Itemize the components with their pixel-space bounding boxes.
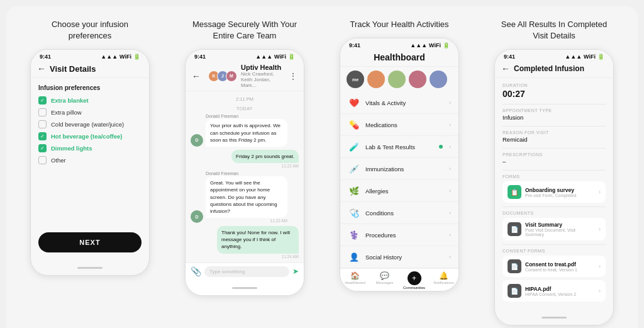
notification-dot bbox=[439, 145, 443, 149]
divider bbox=[502, 126, 606, 127]
avatar: M bbox=[226, 71, 237, 82]
back-arrow-icon[interactable]: ← bbox=[37, 64, 46, 74]
form-item[interactable]: 📋 Onboarding survey Pre-visit Form, Comp… bbox=[502, 181, 606, 203]
procedures-icon: ⚕️ bbox=[348, 229, 360, 241]
allergies-icon: 🌿 bbox=[348, 184, 360, 197]
signal-icon: ▲▲▲ bbox=[101, 54, 118, 60]
nav-notifications[interactable]: 🔔 Notifications bbox=[429, 271, 458, 290]
reason-label: REASON FOR VISIT bbox=[502, 130, 606, 135]
list-item[interactable]: 🩺 Conditions › bbox=[340, 202, 458, 224]
screen4-title: Completed Infusion bbox=[514, 64, 607, 73]
bottom-nav: 🏠 Healthboard 💬 Messages + Communities 🔔… bbox=[340, 268, 458, 291]
screen1-body: Infusion preferences ✓ Extra blanket Ext… bbox=[31, 78, 149, 226]
list-item[interactable]: 💉 Immunizations › bbox=[340, 158, 458, 180]
healthboard-icon: 🏠 bbox=[350, 271, 360, 280]
list-item[interactable]: 🧪 Lab & Test Results › bbox=[340, 136, 458, 158]
message-input[interactable]: Type something bbox=[204, 266, 289, 277]
checkbox-extra-pillow[interactable] bbox=[38, 108, 47, 116]
screen2-wrapper: Message Securely With Your Entire Care T… bbox=[171, 19, 318, 325]
checkbox-cold-bev[interactable] bbox=[38, 120, 47, 128]
list-item[interactable]: 🌿 Allergies › bbox=[340, 180, 458, 202]
msg-bubble: Your prior auth is approved. We can sche… bbox=[206, 119, 287, 147]
msg-avatar: D bbox=[191, 134, 203, 147]
list-item[interactable]: Cold beverage (water/juice) bbox=[38, 120, 142, 128]
msg-time: 11:22 AM bbox=[231, 164, 299, 168]
checkbox-extra-blanket[interactable]: ✓ bbox=[38, 96, 47, 105]
avatar-2[interactable] bbox=[388, 71, 406, 88]
avatar-3[interactable] bbox=[409, 71, 426, 88]
signal-icon: ▲▲▲ bbox=[565, 54, 582, 60]
screen4-caption: See All Results In Completed Visit Detai… bbox=[494, 19, 614, 42]
chevron-right-icon: › bbox=[449, 188, 451, 194]
immunizations-label: Immunizations bbox=[365, 166, 444, 172]
home-indicator bbox=[495, 310, 613, 325]
next-button[interactable]: NEXT bbox=[38, 232, 142, 252]
screen2-subtitle: Nick Crawford, Keith Jordan, Mark... bbox=[241, 71, 285, 88]
screen2-header: ← K J M Uptiv Health Nick Crawford, Keit… bbox=[186, 61, 304, 91]
msg-sender: Donald Freeman bbox=[206, 171, 287, 176]
today-label: TODAY bbox=[191, 106, 299, 111]
consent-item[interactable]: 📄 Consent to treat.pdf Consent to treat,… bbox=[502, 256, 606, 277]
document-item[interactable]: 📄 Visit Summary Post Visit Document, Vis… bbox=[502, 218, 606, 240]
avatar-1[interactable] bbox=[367, 71, 385, 88]
chevron-right-icon: › bbox=[599, 263, 601, 269]
infusion-pref-label: Infusion preferences bbox=[38, 84, 142, 91]
procedures-label: Procedures bbox=[365, 232, 444, 239]
prescriptions-value: – bbox=[502, 158, 606, 165]
chevron-right-icon: › bbox=[599, 226, 601, 232]
list-item[interactable]: ✓ Dimmed lights bbox=[38, 144, 142, 152]
consent-item[interactable]: 📄 HIPAA.pdf HIPAA Consent, Version 2 › bbox=[502, 280, 606, 302]
chevron-right-icon: › bbox=[449, 144, 451, 150]
consent-sub: Consent to treat, Version 1 bbox=[525, 268, 595, 272]
send-icon[interactable]: ➤ bbox=[292, 267, 299, 276]
list-item[interactable]: ✓ Hot beverage (tea/coffee) bbox=[38, 132, 142, 140]
more-icon[interactable]: ⋮ bbox=[289, 71, 297, 81]
avatar-4[interactable] bbox=[430, 71, 447, 88]
chevron-right-icon: › bbox=[449, 254, 451, 260]
avatar-me[interactable]: me bbox=[347, 71, 364, 88]
list-item[interactable]: Extra pillow bbox=[38, 108, 142, 116]
attachment-icon[interactable]: 📎 bbox=[191, 266, 201, 276]
notifications-icon: 🔔 bbox=[439, 271, 448, 280]
list-item[interactable]: ❤️ Vitals & Activity › bbox=[340, 92, 458, 114]
nav-healthboard[interactable]: 🏠 Healthboard bbox=[340, 271, 370, 290]
medications-label: Medications bbox=[365, 122, 444, 128]
battery-icon: 🔋 bbox=[288, 54, 295, 60]
medications-icon: 💊 bbox=[348, 118, 360, 131]
msg-avatar: D bbox=[191, 210, 203, 223]
signal-icon: ▲▲▲ bbox=[410, 42, 427, 48]
divider bbox=[502, 148, 606, 149]
wifi-icon: WiFi bbox=[274, 54, 286, 60]
screen2-title-group: Uptiv Health Nick Crawford, Keith Jordan… bbox=[241, 64, 285, 88]
list-item[interactable]: ✓ Extra blanket bbox=[38, 96, 142, 105]
checkbox-dimmed[interactable]: ✓ bbox=[38, 144, 47, 152]
screen3-phone: 9:41 ▲▲▲ WiFi 🔋 Healthboard me ❤️ bbox=[340, 38, 459, 291]
msg-row-received: D Donald Freeman Your prior auth is appr… bbox=[191, 114, 299, 147]
item-label: Extra blanket bbox=[51, 97, 89, 104]
nav-communities[interactable]: + Communities bbox=[399, 271, 429, 290]
social-label: Social History bbox=[365, 254, 444, 261]
msg-time: 11:22 AM bbox=[206, 218, 287, 223]
avatar-group: K J M bbox=[208, 71, 237, 82]
divider bbox=[502, 104, 606, 105]
hipaa-sub: HIPAA Consent, Version 2 bbox=[525, 292, 595, 297]
list-item[interactable]: 💊 Medications › bbox=[340, 114, 458, 136]
appt-type-label: APPOINTMENT TYPE bbox=[502, 108, 606, 113]
back-arrow-icon[interactable]: ← bbox=[501, 64, 510, 74]
allergies-label: Allergies bbox=[365, 188, 444, 195]
checkbox-hot-bev[interactable]: ✓ bbox=[38, 132, 47, 140]
wifi-icon: WiFi bbox=[429, 42, 441, 48]
list-item[interactable]: ⚕️ Procedures › bbox=[340, 224, 458, 246]
appt-type-value: Infusion bbox=[502, 114, 606, 121]
screen3-wrapper: Track Your Health Activities 9:41 ▲▲▲ Wi… bbox=[326, 19, 473, 325]
prescriptions-label: PRESCRIPTIONS bbox=[502, 152, 606, 157]
reason-value: Remicaid bbox=[502, 136, 606, 143]
nav-label: Notifications bbox=[433, 281, 454, 285]
list-item[interactable]: Other bbox=[38, 156, 142, 164]
consent-label: CONSENT FORMS bbox=[502, 249, 606, 253]
screen1-title: Visit Details bbox=[50, 64, 96, 74]
back-arrow-icon[interactable]: ← bbox=[192, 71, 201, 81]
list-item[interactable]: 👤 Social History › bbox=[340, 246, 458, 268]
nav-messages[interactable]: 💬 Messages bbox=[370, 271, 399, 290]
checkbox-other[interactable] bbox=[38, 156, 47, 164]
